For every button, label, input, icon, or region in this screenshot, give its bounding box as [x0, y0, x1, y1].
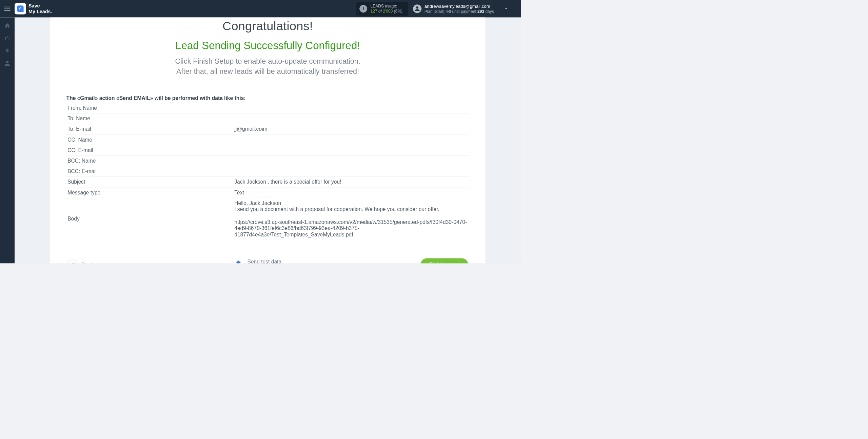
usage-numbers: 127 of 2'000 (6%) — [371, 9, 402, 14]
send-test-text: Send test data to Gmail — [247, 258, 281, 263]
usage-pill[interactable]: i LEADS usage: 127 of 2'000 (6%) — [356, 2, 408, 16]
table-row: From: Name — [66, 103, 469, 113]
logo-icon — [15, 3, 26, 15]
row-value: Text — [234, 189, 469, 196]
plan-info: Plan |Start| left until payment 293 days — [425, 9, 494, 14]
row-value — [234, 116, 469, 122]
sidebar-item-home[interactable] — [3, 22, 12, 30]
preview-title: The «Gmail» action «Send EMAIL» will be … — [66, 95, 469, 102]
table-row: Message type Text — [66, 187, 469, 198]
user-menu[interactable]: andrewsavemyleads@gmail.com Plan |Start|… — [413, 4, 494, 14]
footer-row: Back Send test data to Gmail Finish setu… — [66, 258, 469, 263]
menu-toggle[interactable] — [0, 0, 15, 18]
sidebar-item-connections[interactable] — [3, 34, 12, 42]
table-row: Body Hello, Jack Jackson I send you a do… — [66, 198, 469, 240]
usage-label: LEADS usage: — [371, 4, 402, 8]
usage-pct: (6%) — [394, 9, 402, 13]
page-wrap: Congratulations! Lead Sending Successful… — [15, 18, 521, 264]
row-value — [234, 105, 469, 111]
table-row: CC: E-mail — [66, 145, 469, 155]
logo[interactable]: Save My Leads. — [15, 3, 52, 15]
content-card: Congratulations! Lead Sending Successful… — [50, 18, 486, 264]
sidebar-item-account[interactable] — [3, 59, 12, 67]
row-label: CC: Name — [67, 137, 234, 143]
user-text-block: andrewsavemyleads@gmail.com Plan |Start|… — [425, 4, 494, 14]
row-label: BCC: Name — [67, 158, 234, 164]
row-value — [234, 168, 469, 175]
row-label: From: Name — [67, 105, 234, 111]
table-row: BCC: E-mail — [66, 166, 469, 177]
row-value: jj@gmail.coim — [234, 126, 469, 132]
row-label: To: E-mail — [67, 126, 234, 132]
table-row: To: Name — [66, 113, 469, 124]
topbar: Save My Leads. i LEADS usage: 127 of 2'0… — [0, 0, 521, 18]
usage-total: 2'000 — [383, 9, 393, 13]
instruction-text: Click Finish Setup to enable auto-update… — [66, 56, 469, 77]
usage-text: LEADS usage: 127 of 2'000 (6%) — [371, 4, 402, 14]
row-label: Body — [67, 216, 234, 222]
preview-section: The «Gmail» action «Send EMAIL» will be … — [66, 95, 469, 264]
sidebar — [0, 18, 15, 264]
avatar-icon — [413, 4, 421, 13]
row-value — [234, 147, 469, 153]
row-value — [234, 158, 469, 164]
row-value: Jack Jackson , there is a special offer … — [234, 179, 469, 185]
sidebar-item-billing[interactable] — [3, 47, 12, 55]
logo-text: Save My Leads. — [28, 3, 52, 14]
row-label: Subject — [67, 179, 234, 185]
shell: Congratulations! Lead Sending Successful… — [0, 18, 521, 264]
user-email: andrewsavemyleads@gmail.com — [425, 4, 494, 9]
preview-table: From: Name To: Name To: E-mail jj@gmail.… — [66, 103, 469, 240]
upload-icon — [233, 259, 243, 263]
back-button[interactable]: Back — [67, 259, 94, 263]
page-title: Congratulations! — [66, 19, 469, 33]
row-label: To: Name — [67, 116, 234, 122]
pencil-icon — [67, 259, 78, 263]
usage-used: 127 — [371, 9, 377, 13]
logo-line1: Save — [28, 3, 40, 8]
back-label: Back — [81, 262, 94, 263]
row-label: CC: E-mail — [67, 147, 234, 153]
info-icon: i — [359, 5, 367, 13]
send-test-data-button[interactable]: Send test data to Gmail — [233, 258, 281, 263]
success-subtitle: Lead Sending Successfully Configured! — [66, 39, 469, 51]
chevron-down-icon[interactable] — [494, 6, 518, 11]
usage-of: of — [378, 9, 383, 13]
table-row: Subject Jack Jackson , there is a specia… — [66, 177, 469, 187]
logo-line2: My Leads. — [28, 9, 52, 15]
row-value — [234, 137, 469, 143]
hamburger-icon — [4, 7, 11, 11]
row-label: BCC: E-mail — [67, 168, 234, 175]
row-label: Message type — [67, 189, 234, 196]
table-row: CC: Name — [66, 134, 469, 145]
table-row: BCC: Name — [66, 155, 469, 166]
finish-setup-button[interactable]: Finish setup — [420, 258, 468, 264]
table-row: To: E-mail jj@gmail.coim — [66, 124, 469, 134]
row-value: Hello, Jack Jackson I send you a documen… — [234, 200, 469, 238]
